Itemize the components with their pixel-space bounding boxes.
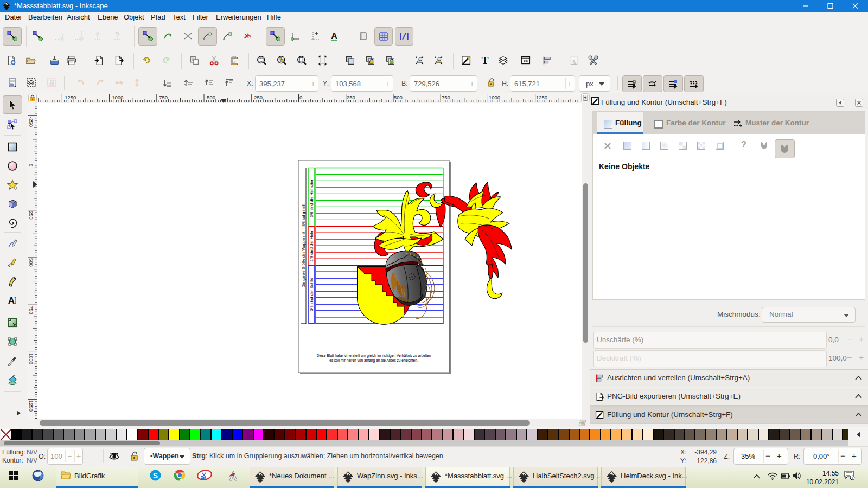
svg-text:S: S	[153, 471, 158, 480]
svg-text:3/8 sind der Schild: 3/8 sind der Schild	[309, 278, 314, 311]
svg-text:T: T	[482, 55, 489, 66]
svg-text:es soll mir helfen von anfang: es soll mir helfen von anfang an die Arb…	[329, 358, 418, 363]
svg-text:Die ganze Größe des Wappen ist: Die ganze Größe des Wappen ist in 8/8 au…	[302, 204, 306, 288]
svg-text:3/8 sind die Helmzier: 3/8 sind die Helmzier	[309, 179, 314, 217]
svg-text:Diese Blatt habe ich erstellt: Diese Blatt habe ich erstellt um gleich …	[317, 354, 431, 358]
svg-text:A: A	[331, 31, 337, 41]
svg-text:A: A	[8, 296, 15, 306]
svg-text:<>: <>	[524, 59, 529, 63]
svg-text:1: 1	[851, 476, 853, 480]
svg-text:2/8 sind der Helm: 2/8 sind der Helm	[309, 230, 314, 262]
